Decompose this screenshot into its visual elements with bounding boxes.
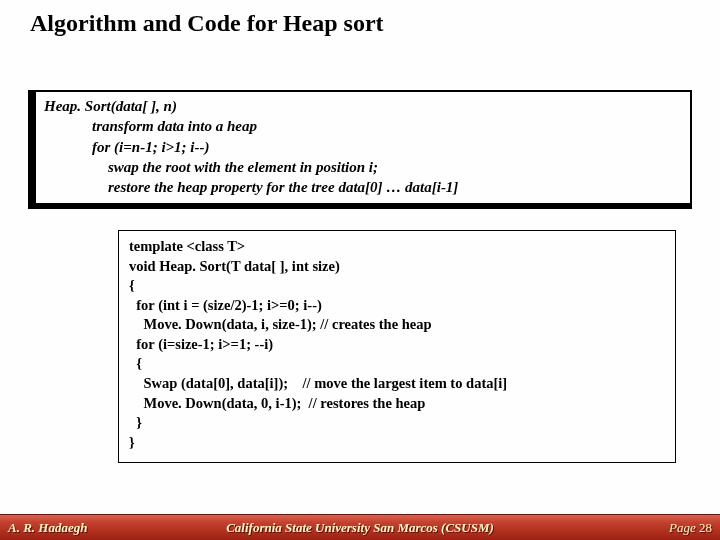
footer-institution: California State University San Marcos (… bbox=[0, 520, 720, 536]
footer-bar: A. R. Hadaegh California State Universit… bbox=[0, 514, 720, 540]
code-line: Move. Down(data, i, size-1); // creates … bbox=[129, 315, 665, 335]
algo-line: swap the root with the element in positi… bbox=[44, 157, 682, 177]
page-number: 28 bbox=[699, 520, 712, 535]
code-line: { bbox=[129, 276, 665, 296]
code-line: for (i=size-1; i>=1; --i) bbox=[129, 335, 665, 355]
code-line: } bbox=[129, 413, 665, 433]
page-label: Page bbox=[669, 520, 699, 535]
code-line: } bbox=[129, 433, 665, 453]
algo-line: restore the heap property for the tree d… bbox=[44, 177, 682, 197]
footer-page: Page 28 bbox=[669, 520, 712, 536]
code-line: template <class T> bbox=[129, 237, 665, 257]
algo-line: for (i=n-1; i>1; i--) bbox=[44, 137, 682, 157]
code-line: Move. Down(data, 0, i-1); // restores th… bbox=[129, 394, 665, 414]
code-box: template <class T> void Heap. Sort(T dat… bbox=[118, 230, 676, 463]
code-line: for (int i = (size/2)-1; i>=0; i--) bbox=[129, 296, 665, 316]
code-line: Swap (data[0], data[i]); // move the lar… bbox=[129, 374, 665, 394]
algo-line: transform data into a heap bbox=[44, 116, 682, 136]
algo-line: Heap. Sort(data[ ], n) bbox=[44, 96, 682, 116]
code-line: { bbox=[129, 354, 665, 374]
algorithm-box: Heap. Sort(data[ ], n) transform data in… bbox=[28, 90, 692, 209]
slide: Algorithm and Code for Heap sort Heap. S… bbox=[0, 0, 720, 540]
slide-title: Algorithm and Code for Heap sort bbox=[0, 0, 720, 37]
code-line: void Heap. Sort(T data[ ], int size) bbox=[129, 257, 665, 277]
